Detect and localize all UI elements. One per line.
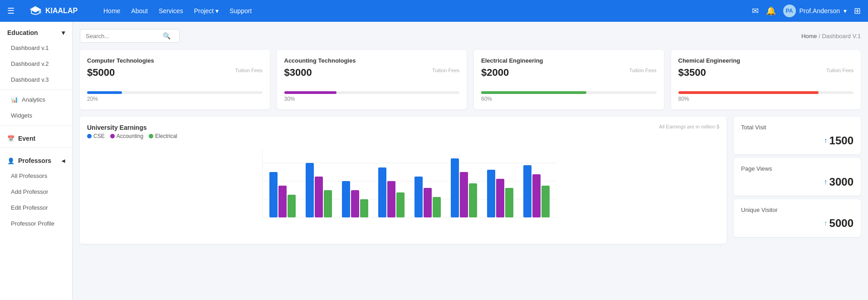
grid-icon[interactable]: ⊞ <box>854 6 861 16</box>
chart-legend: CSE Accounting Electrical <box>87 133 177 139</box>
arrow-up-icon-0: ↑ <box>824 137 828 145</box>
sidebar-item-label: Edit Professor <box>11 204 48 211</box>
stat-card-title-2: Electrical Engineering <box>481 57 657 64</box>
svg-rect-26 <box>433 197 441 217</box>
main-content: 🔍 Home / Dashboard V.1 Computer Technolo… <box>73 22 868 300</box>
legend-accounting: Accounting <box>110 133 143 139</box>
svg-rect-23 <box>324 190 332 217</box>
svg-rect-11 <box>451 158 459 217</box>
sidebar-item-label: Analytics <box>22 96 45 103</box>
stat-card-label-0: Tuition Fees <box>235 68 262 73</box>
legend-label-accounting: Accounting <box>117 133 143 139</box>
stat-card-label-3: Tuition Fees <box>826 68 853 73</box>
visit-stat-total: Total Visit ↑ 1500 <box>734 117 861 154</box>
sidebar-item-widgets[interactable]: Widgets <box>0 108 72 123</box>
sidebar-item-add-professor[interactable]: Add Professor <box>0 184 72 200</box>
search-input[interactable] <box>86 33 163 39</box>
hamburger-button[interactable]: ☰ <box>7 6 15 16</box>
sidebar-item-label: Dashboard v.1 <box>11 44 49 51</box>
visit-stat-number-1: 3000 <box>829 176 853 188</box>
chart-title: University Earnings <box>87 124 177 131</box>
svg-rect-25 <box>396 192 405 217</box>
legend-dot-cse <box>87 134 92 138</box>
top-navigation: ☰ KIAALAP Home About Services Project ▾ … <box>0 0 868 22</box>
stat-card-bar-wrap-0 <box>87 91 263 94</box>
visit-stats-side: Total Visit ↑ 1500 Page Views ↑ 3000 Uni… <box>734 117 861 244</box>
sidebar-divider <box>0 89 72 90</box>
stat-card-title-0: Computer Technologies <box>87 57 263 64</box>
sidebar-item-label: Add Professor <box>11 188 48 195</box>
bell-icon[interactable]: 🔔 <box>766 6 776 16</box>
svg-rect-7 <box>306 163 314 217</box>
visit-stat-title-1: Page Views <box>741 165 853 172</box>
sidebar-item-dashboard-v1[interactable]: Dashboard v.1 <box>0 40 72 56</box>
username: Prof.Anderson <box>800 7 840 15</box>
sidebar-divider-3 <box>0 148 72 148</box>
svg-rect-21 <box>532 174 541 217</box>
legend-dot-accounting <box>110 134 115 138</box>
sidebar-item-label: All Professors <box>11 172 47 179</box>
legend-dot-electrical <box>149 134 153 138</box>
bottom-row: University Earnings CSE Accounting <box>80 117 861 244</box>
mail-icon[interactable]: ✉ <box>752 6 759 16</box>
visit-stat-value-0: ↑ 1500 <box>741 134 853 147</box>
sidebar-item-analytics[interactable]: 📊 Analytics <box>0 92 72 108</box>
nav-about[interactable]: About <box>131 7 148 15</box>
user-menu[interactable]: PA Prof.Anderson ▾ <box>783 5 847 17</box>
legend-electrical: Electrical <box>149 133 177 139</box>
professors-icon: 👤 <box>7 157 15 164</box>
chart-subtitle: All Earnings are in million $ <box>659 124 719 129</box>
user-dropdown-icon: ▾ <box>844 7 847 15</box>
visit-stat-value-2: ↑ 5000 <box>741 217 853 230</box>
visit-stat-unique: Unique Visitor ↑ 5000 <box>734 199 861 237</box>
stat-card-label-1: Tuition Fees <box>432 68 459 73</box>
nav-services[interactable]: Services <box>159 7 183 15</box>
nav-home[interactable]: Home <box>103 7 120 15</box>
search-bar-row: 🔍 Home / Dashboard V.1 <box>80 29 861 43</box>
sidebar-item-edit-professor[interactable]: Edit Professor <box>0 200 72 216</box>
sidebar-item-dashboard-v2[interactable]: Dashboard v.2 <box>0 56 72 72</box>
arrow-up-icon-1: ↑ <box>824 178 828 186</box>
logo-icon <box>29 5 42 17</box>
brand-name: KIAALAP <box>45 7 78 15</box>
stat-card-2: Electrical Engineering $2000 Tuition Fee… <box>474 50 664 109</box>
svg-rect-17 <box>387 181 395 217</box>
nav-links: Home About Services Project ▾ Support <box>103 7 741 15</box>
svg-rect-6 <box>269 172 278 217</box>
stat-card-bar-2 <box>481 91 586 94</box>
search-icon: 🔍 <box>163 32 171 39</box>
visit-stat-number-2: 5000 <box>829 217 853 230</box>
nav-support[interactable]: Support <box>229 7 252 15</box>
breadcrumb-home[interactable]: Home <box>801 33 817 39</box>
search-input-wrap[interactable]: 🔍 <box>80 29 180 43</box>
arrow-up-icon-2: ↑ <box>824 219 828 227</box>
visit-stat-title-2: Unique Visitor <box>741 207 853 213</box>
sidebar-item-label: Widgets <box>11 112 32 119</box>
svg-rect-10 <box>414 177 423 217</box>
sidebar-item-label: Professor Profile <box>11 220 54 227</box>
sidebar-item-all-professors[interactable]: All Professors <box>0 168 72 184</box>
stat-card-1: Accounting Technologies $3000 Tuition Fe… <box>277 50 467 109</box>
chart-title-area: University Earnings CSE Accounting <box>87 124 177 139</box>
sidebar-professors-chevron: ◂ <box>62 157 65 164</box>
stat-card-bar-0 <box>87 91 122 94</box>
stat-card-0: Computer Technologies $5000 Tuition Fees… <box>80 50 270 109</box>
visit-stat-pageviews: Page Views ↑ 3000 <box>734 158 861 196</box>
stat-card-pct-1: 30% <box>284 96 460 102</box>
stat-card-bar-wrap-2 <box>481 91 657 94</box>
stat-card-bar-wrap-3 <box>678 91 854 94</box>
nav-project[interactable]: Project ▾ <box>194 7 219 15</box>
svg-rect-29 <box>541 186 550 217</box>
legend-cse: CSE <box>87 133 105 139</box>
sidebar-item-dashboard-v3[interactable]: Dashboard v.3 <box>0 72 72 88</box>
sidebar-divider-2 <box>0 125 72 126</box>
breadcrumb: Home / Dashboard V.1 <box>801 33 861 39</box>
svg-rect-12 <box>487 170 495 217</box>
sidebar-item-professor-profile[interactable]: Professor Profile <box>0 216 72 231</box>
svg-rect-18 <box>424 188 432 217</box>
sidebar-professors-header[interactable]: 👤 Professors ◂ <box>0 150 72 168</box>
sidebar-education-header[interactable]: Education ▾ <box>0 22 72 40</box>
visit-stat-title-0: Total Visit <box>741 124 853 131</box>
svg-rect-19 <box>460 172 468 217</box>
sidebar-event-header[interactable]: 📅 Event <box>0 128 72 146</box>
